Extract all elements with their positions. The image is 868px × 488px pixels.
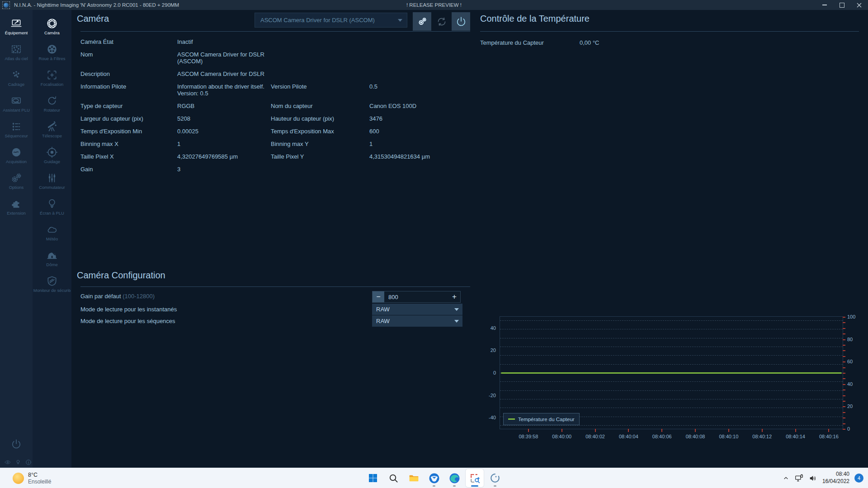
shield-icon — [46, 275, 58, 287]
bulb-icon[interactable] — [15, 459, 21, 465]
right-axis-tickmark — [843, 333, 845, 334]
right-axis-tickmark — [843, 406, 845, 407]
sun-icon — [13, 473, 24, 484]
taskbar-screenshot-tool-icon[interactable] — [466, 469, 484, 487]
puzzle-icon — [10, 198, 22, 210]
chart-gridline — [500, 425, 843, 426]
taskbar-nina-app-icon[interactable] — [486, 469, 504, 487]
info-label: Nom du capteur — [271, 100, 369, 113]
minimize-button[interactable] — [822, 2, 827, 8]
running-indicator — [471, 485, 478, 487]
equipment-tab-guidage[interactable]: Guidage — [33, 142, 71, 168]
tray-chevron-up-icon[interactable] — [783, 475, 789, 482]
equipment-tab-label: Roue à Filtres — [38, 56, 65, 61]
weather-widget[interactable]: 8°C Ensoleillé — [13, 468, 51, 488]
connect-camera-button[interactable] — [452, 12, 470, 31]
info-label: Taille Pixel Y — [271, 151, 369, 164]
exit-power-icon[interactable] — [10, 436, 22, 455]
right-axis-tickmark — [843, 322, 845, 323]
sidebar-item-equipement[interactable]: Équipement — [0, 14, 33, 39]
info-label: Largeur du capteur (pix) — [80, 113, 177, 126]
right-axis-tick: 100 — [847, 314, 855, 319]
taskbar-windows-start-icon[interactable] — [364, 469, 382, 487]
laptop-plug-icon — [10, 18, 22, 29]
sidebar-item-label: Équipement — [5, 31, 28, 35]
sensor-temperature-value: 0,00 °C — [580, 39, 599, 46]
info-label: Version Pilote — [271, 81, 369, 100]
temperature-chart: 40200-20-4010080604020008:39:5808:40:000… — [500, 316, 843, 429]
sidebar-item-cadrage[interactable]: Cadrage — [0, 65, 33, 91]
equipment-tab-camera[interactable]: Caméra — [33, 14, 71, 39]
info-value: RGGB — [177, 100, 271, 113]
equipment-tab-rotateur[interactable]: Rotateur — [33, 91, 71, 117]
taskbar-edge-icon[interactable] — [445, 469, 463, 487]
network-icon[interactable] — [794, 474, 804, 483]
notification-badge[interactable]: 4 — [854, 474, 863, 483]
x-axis-label: 08:40:00 — [552, 434, 571, 439]
temperature-series-line — [501, 372, 842, 374]
camera-device-selector[interactable]: ASCOM Camera Driver for DSLR (ASCOM) — [255, 13, 407, 28]
gain-increment-button[interactable]: + — [448, 291, 460, 302]
sensor-temperature-label: Température du Capteur — [480, 39, 544, 46]
taskbar-thunderbird-icon[interactable] — [425, 469, 443, 487]
info-value: 1 — [369, 138, 470, 151]
chart-gridline — [500, 399, 843, 399]
equipment-tab-telescope[interactable]: Télescope — [33, 117, 71, 142]
legend-label: Température du Capteur — [518, 417, 575, 422]
sidebar-item-extension[interactable]: Extension — [0, 194, 33, 220]
snapshot-readout-dropdown[interactable]: RAW — [372, 304, 462, 315]
clock-widget[interactable]: 08:40 16/04/2022 — [822, 471, 849, 485]
close-button[interactable] — [856, 2, 862, 8]
gain-stepper: − 800 + — [372, 291, 461, 303]
sequence-readout-dropdown[interactable]: RAW — [372, 315, 462, 327]
maximize-button[interactable] — [839, 2, 844, 8]
right-axis-tickmark — [843, 401, 845, 402]
dome-icon — [46, 249, 58, 261]
gears-icon — [10, 172, 22, 184]
weather-condition: Ensoleillé — [28, 479, 51, 485]
equipment-tab-ecran-a-plu[interactable]: Écran à PLU — [33, 194, 71, 220]
title-bar: N.I.N.A. - Nighttime Imaging 'N' Astrono… — [0, 0, 868, 10]
equipment-tab-label: Météo — [46, 237, 58, 241]
info-label: Nom — [80, 49, 177, 68]
x-axis-tickmark — [795, 429, 796, 432]
equipment-tab-dome[interactable]: Dôme — [33, 245, 71, 271]
equipment-tab-roue-a-filtres[interactable]: Roue à Filtres — [33, 39, 71, 65]
sequence-readout-label: Mode de lecture pour les séquences — [80, 318, 175, 324]
sidebar-item-sequenceur[interactable]: Séquenceur — [0, 117, 33, 142]
temperature-panel-title: Contrôle de la Température — [480, 14, 590, 24]
equipment-tab-moniteur-de-securite[interactable]: Moniteur de sécurité — [33, 271, 71, 297]
info-value — [369, 164, 470, 176]
equipment-tab-focalisation[interactable]: Focalisation — [33, 65, 71, 91]
taskbar-file-explorer-icon[interactable] — [405, 469, 423, 487]
info-value: Information about the driver itself. Ver… — [177, 81, 271, 100]
speaker-icon[interactable] — [809, 474, 817, 482]
info-icon[interactable] — [25, 459, 32, 465]
camera-info-table: Caméra ÉtatInactifNomASCOM Camera Driver… — [80, 36, 470, 176]
taskbar-search-icon[interactable] — [384, 469, 402, 487]
sidebar-item-assistant-plu[interactable]: Assistant PLU — [0, 91, 33, 117]
right-axis-tickmark — [843, 367, 845, 368]
x-axis-tickmark — [595, 429, 596, 432]
gain-value-input[interactable]: 800 — [384, 291, 448, 302]
info-value: 1 — [177, 138, 271, 151]
eye-icon[interactable] — [5, 459, 11, 465]
right-axis-tick: 80 — [847, 337, 853, 342]
camera-config-divider — [80, 286, 470, 287]
equipment-tab-commutateur[interactable]: Commutateur — [33, 168, 71, 194]
equipment-tab-meteo[interactable]: Météo — [33, 220, 71, 245]
camera-settings-button[interactable] — [413, 12, 431, 31]
tray-time: 08:40 — [822, 471, 849, 478]
equipment-tab-label: Guidage — [44, 160, 60, 164]
sidebar-item-acquisition[interactable]: Acquisition — [0, 142, 33, 168]
info-label — [271, 36, 369, 49]
right-axis-tickmark — [843, 378, 845, 379]
info-label: Information Pilote — [80, 81, 177, 100]
rescan-devices-button[interactable] — [432, 12, 451, 31]
equipment-tab-label: Moniteur de sécurité — [33, 288, 71, 293]
sidebar-item-atlas-du-ciel[interactable]: Atlas du ciel — [0, 39, 33, 65]
camera-panel-title: Caméra — [77, 14, 109, 24]
sidebar-item-options[interactable]: Options — [0, 168, 33, 194]
selected-device: ASCOM Camera Driver for DSLR (ASCOM) — [255, 17, 398, 23]
gain-decrement-button[interactable]: − — [373, 291, 384, 302]
